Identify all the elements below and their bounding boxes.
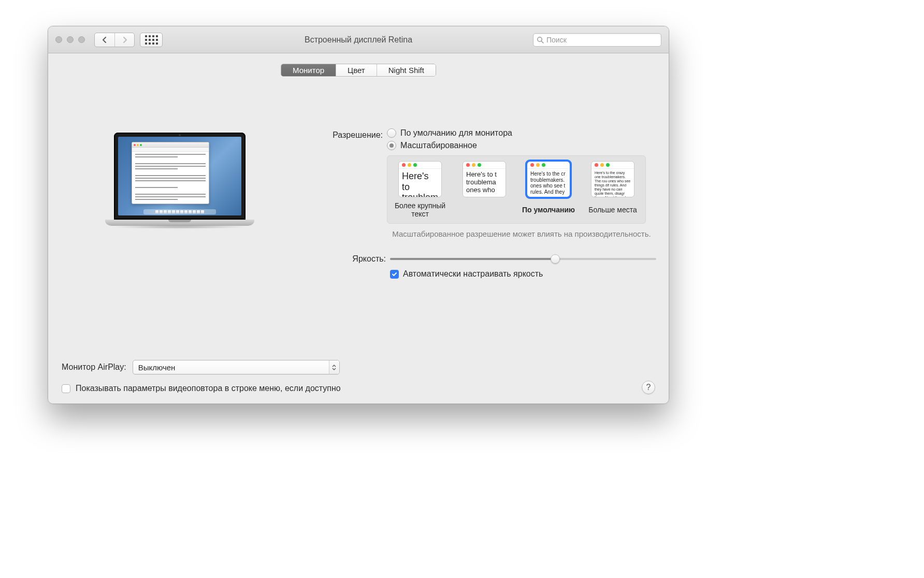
search-icon	[537, 36, 544, 44]
tab-bar: Монитор Цвет Night Shift	[48, 53, 669, 81]
checkbox-checked-icon	[390, 270, 399, 279]
pane-body: Разрешение: По умолчанию для монитора Ма…	[48, 81, 669, 403]
window-controls	[55, 36, 85, 43]
scaled-options: Here's to troublem Более крупный текст H…	[387, 155, 646, 224]
radio-default-for-display[interactable]: По умолчанию для монитора	[387, 128, 656, 138]
radio-scaled[interactable]: Масштабированное	[387, 141, 656, 150]
thumb-sample: Here's to the crazy one troublemakers. T…	[591, 169, 634, 197]
titlebar: Встроенный дисплей Retina	[48, 26, 669, 53]
scaled-hint: Масштабированное разрешение может влиять…	[387, 229, 656, 239]
checkbox-unchecked-icon	[62, 384, 70, 393]
radio-icon	[387, 128, 396, 138]
preferences-window: Встроенный дисплей Retina Монитор Цвет N…	[48, 26, 669, 404]
radio-scaled-label: Масштабированное	[400, 141, 477, 150]
mirroring-label: Показывать параметры видеоповтора в стро…	[76, 384, 341, 393]
svg-line-1	[541, 41, 543, 43]
back-button[interactable]	[95, 33, 114, 47]
thumb-sample: Here's to the cr troublemakers. ones who…	[527, 169, 570, 197]
search-input[interactable]	[546, 36, 658, 44]
auto-brightness-checkbox[interactable]: Автоматически настраивать яркость	[390, 269, 656, 279]
tab-monitor[interactable]: Монитор	[281, 64, 336, 76]
airplay-row: Монитор AirPlay: Выключен	[62, 360, 655, 374]
laptop-illustration	[105, 133, 254, 226]
scale-option-2[interactable]: Here's to t troublema ones who	[458, 161, 511, 219]
mirroring-checkbox[interactable]: Показывать параметры видеоповтора в стро…	[62, 384, 655, 393]
slider-knob[interactable]	[551, 254, 560, 264]
search-field[interactable]	[533, 33, 661, 47]
brightness-slider[interactable]	[390, 254, 656, 264]
footer: Монитор AirPlay: Выключен Показывать пар…	[62, 360, 655, 393]
scale-option-default[interactable]: Here's to the cr troublemakers. ones who…	[522, 161, 575, 219]
scale-option-more-space[interactable]: Here's to the crazy one troublemakers. T…	[586, 161, 639, 219]
airplay-value: Выключен	[133, 363, 329, 372]
forward-button[interactable]	[114, 33, 134, 47]
airplay-popup[interactable]: Выключен	[133, 360, 340, 374]
grid-icon	[145, 35, 158, 45]
thumb-caption: По умолчанию	[522, 200, 575, 219]
brightness-row: Яркость:	[292, 254, 656, 264]
auto-brightness-label: Автоматически настраивать яркость	[403, 269, 543, 279]
help-icon: ?	[646, 383, 651, 392]
radio-icon	[387, 141, 396, 150]
close-icon[interactable]	[55, 36, 62, 43]
minimize-icon[interactable]	[67, 36, 74, 43]
tab-night-shift[interactable]: Night Shift	[377, 64, 436, 76]
scale-option-larger-text[interactable]: Here's to troublem Более крупный текст	[394, 161, 446, 219]
thumb-sample: Here's to troublem	[399, 169, 441, 197]
zoom-icon[interactable]	[78, 36, 85, 43]
thumb-caption: Больше места	[588, 200, 637, 219]
thumb-sample: Here's to t troublema ones who	[463, 169, 506, 196]
brightness-label: Яркость:	[292, 254, 390, 264]
nav-back-forward	[94, 33, 135, 47]
popup-arrows-icon	[329, 360, 339, 374]
tab-color[interactable]: Цвет	[336, 64, 377, 76]
resolution-row: Разрешение: По умолчанию для монитора Ма…	[292, 128, 656, 239]
show-all-button[interactable]	[140, 33, 163, 47]
settings-area: Разрешение: По умолчанию для монитора Ма…	[292, 128, 656, 279]
radio-default-label: По умолчанию для монитора	[400, 128, 512, 138]
thumb-caption: Более крупный текст	[394, 200, 446, 219]
resolution-label: Разрешение:	[292, 128, 387, 140]
help-button[interactable]: ?	[642, 381, 655, 394]
airplay-label: Монитор AirPlay:	[62, 363, 126, 372]
